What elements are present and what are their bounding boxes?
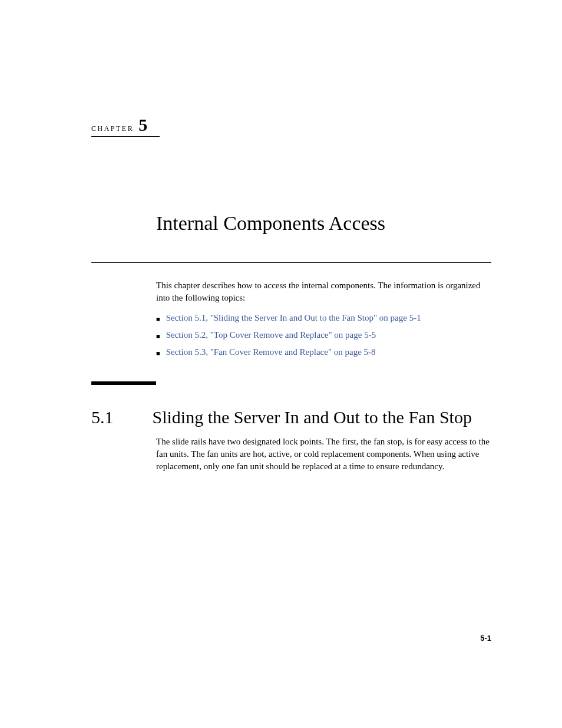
section-number: 5.1 xyxy=(91,407,114,427)
section-title: Sliding the Server In and Out to the Fan… xyxy=(153,407,472,428)
chapter-label: CHAPTER xyxy=(91,124,134,133)
list-item: ■ Section 5.3, "Fan Cover Remove and Rep… xyxy=(156,347,491,360)
section-body: The slide rails have two designated lock… xyxy=(156,436,491,473)
intro-paragraph: This chapter describes how to access the… xyxy=(156,279,491,304)
section-divider xyxy=(91,381,156,385)
toc-link-section-5-3[interactable]: Section 5.3, "Fan Cover Remove and Repla… xyxy=(166,347,376,357)
chapter-number: 5 xyxy=(138,115,147,135)
toc-link-section-5-2[interactable]: Section 5.2, "Top Cover Remove and Repla… xyxy=(166,330,376,340)
list-item: ■ Section 5.1, "Sliding the Server In an… xyxy=(156,313,491,325)
toc-link-list: ■ Section 5.1, "Sliding the Server In an… xyxy=(156,313,491,360)
list-item: ■ Section 5.2, "Top Cover Remove and Rep… xyxy=(156,330,491,342)
chapter-title: Internal Components Access xyxy=(156,212,491,235)
section-heading: 5.1 Sliding the Server In and Out to the… xyxy=(91,407,491,428)
toc-link-section-5-1[interactable]: Section 5.1, "Sliding the Server In and … xyxy=(166,313,421,323)
page-number: 5-1 xyxy=(480,634,491,643)
title-underline xyxy=(91,262,491,263)
bullet-icon: ■ xyxy=(156,330,160,342)
chapter-header: CHAPTER 5 xyxy=(91,115,160,137)
bullet-icon: ■ xyxy=(156,313,160,325)
bullet-icon: ■ xyxy=(156,347,160,360)
